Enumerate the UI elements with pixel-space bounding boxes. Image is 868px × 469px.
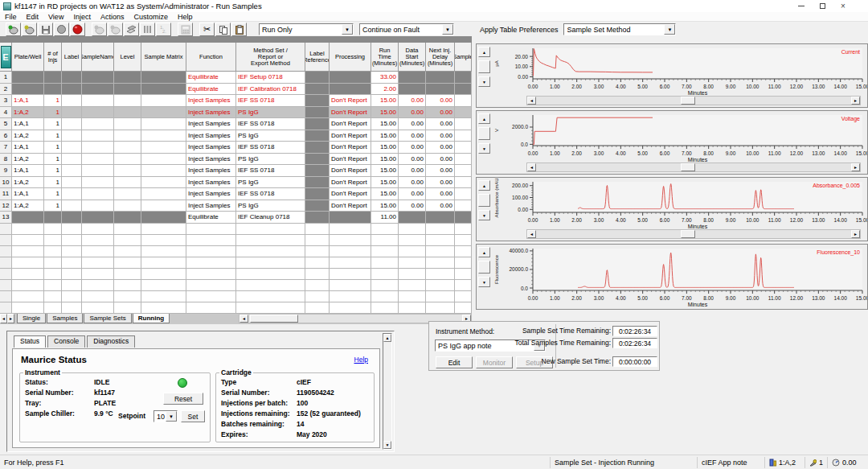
cell-delay[interactable]: 0.00 bbox=[426, 130, 455, 142]
row-number[interactable] bbox=[0, 302, 12, 314]
empty-cell[interactable] bbox=[330, 224, 371, 235]
cell-plate[interactable]: 1:A,1 bbox=[12, 188, 44, 200]
cell-run[interactable]: 2.00 bbox=[371, 84, 399, 96]
cell-level[interactable] bbox=[114, 188, 141, 200]
cell-injs[interactable]: 1 bbox=[44, 177, 62, 189]
scrollbar-thumb[interactable] bbox=[250, 315, 298, 323]
cell-proc[interactable]: Don't Report bbox=[330, 95, 371, 107]
empty-cell[interactable] bbox=[330, 246, 371, 257]
cell-sample[interactable] bbox=[82, 118, 114, 130]
empty-cell[interactable] bbox=[371, 224, 399, 235]
cell-extra[interactable] bbox=[455, 177, 472, 189]
cell-method[interactable]: IEF SS 0718 bbox=[236, 165, 305, 177]
empty-cell[interactable] bbox=[236, 291, 305, 302]
cell-matrix[interactable] bbox=[141, 188, 186, 200]
row-number[interactable]: 1 bbox=[0, 72, 12, 84]
row-number[interactable] bbox=[0, 280, 12, 291]
empty-cell[interactable] bbox=[12, 280, 44, 291]
row-number[interactable]: 4 bbox=[0, 107, 12, 119]
cell-method[interactable]: IEF SS 0718 bbox=[236, 142, 305, 154]
tab-sample-sets[interactable]: Sample Sets bbox=[84, 314, 131, 323]
cell-level[interactable] bbox=[114, 154, 141, 166]
zoom-out-icon[interactable]: ▼ bbox=[478, 143, 490, 154]
empty-cell[interactable] bbox=[141, 257, 186, 269]
cell-extra[interactable] bbox=[455, 118, 472, 130]
cell-plate[interactable] bbox=[12, 212, 44, 224]
empty-cell[interactable] bbox=[371, 280, 399, 291]
empty-cell[interactable] bbox=[330, 257, 371, 269]
cell-extra[interactable] bbox=[455, 165, 472, 177]
empty-cell[interactable] bbox=[236, 224, 305, 235]
copy-icon[interactable] bbox=[215, 23, 231, 36]
cell-func[interactable]: Inject Samples bbox=[186, 188, 236, 200]
axis-scale-button[interactable] bbox=[478, 60, 490, 73]
cell-level[interactable] bbox=[114, 118, 141, 130]
cell-run[interactable]: 15.00 bbox=[371, 200, 399, 212]
empty-cell[interactable] bbox=[426, 302, 455, 314]
empty-cell[interactable] bbox=[62, 302, 82, 314]
cell-plate[interactable]: 1:A,2 bbox=[12, 154, 44, 166]
cell-injs[interactable]: 1 bbox=[44, 154, 62, 166]
cell-run[interactable]: 15.00 bbox=[371, 107, 399, 119]
cell-injs[interactable]: 1 bbox=[44, 142, 62, 154]
cell-proc[interactable] bbox=[330, 72, 371, 84]
empty-cell[interactable] bbox=[62, 257, 82, 269]
empty-cell[interactable] bbox=[455, 291, 472, 302]
empty-cell[interactable] bbox=[82, 224, 114, 235]
cell-method[interactable]: PS IgG bbox=[236, 200, 305, 212]
cell-start[interactable]: 0.00 bbox=[399, 130, 426, 142]
cell-sample[interactable] bbox=[82, 177, 114, 189]
cell-start[interactable] bbox=[399, 84, 426, 96]
cell-func[interactable]: Inject Samples bbox=[186, 154, 236, 166]
empty-cell[interactable] bbox=[82, 291, 114, 302]
empty-cell[interactable] bbox=[62, 224, 82, 235]
empty-cell[interactable] bbox=[305, 302, 330, 314]
empty-cell[interactable] bbox=[399, 235, 426, 246]
cell-start[interactable]: 0.00 bbox=[399, 200, 426, 212]
menu-actions[interactable]: Actions bbox=[96, 13, 129, 21]
empty-cell[interactable] bbox=[305, 269, 330, 280]
columns-icon[interactable] bbox=[140, 23, 155, 36]
stop-button[interactable] bbox=[70, 23, 85, 36]
empty-cell[interactable] bbox=[399, 224, 426, 235]
empty-cell[interactable] bbox=[236, 280, 305, 291]
empty-cell[interactable] bbox=[114, 269, 141, 280]
cell-method[interactable]: IEF Calibration 0718 bbox=[236, 84, 305, 96]
empty-cell[interactable] bbox=[455, 302, 472, 314]
cell-matrix[interactable] bbox=[141, 142, 186, 154]
cell-plate[interactable] bbox=[12, 84, 44, 96]
cell-extra[interactable] bbox=[455, 188, 472, 200]
menu-help[interactable]: Help bbox=[173, 13, 198, 21]
row-number[interactable] bbox=[0, 246, 12, 257]
cell-label[interactable] bbox=[62, 177, 82, 189]
empty-cell[interactable] bbox=[426, 280, 455, 291]
cell-extra[interactable] bbox=[455, 200, 472, 212]
cell-run[interactable]: 33.00 bbox=[371, 72, 399, 84]
cell-func[interactable]: Equilibrate bbox=[186, 72, 236, 84]
empty-cell[interactable] bbox=[12, 224, 44, 235]
scroll-right-icon[interactable]: ► bbox=[851, 230, 860, 238]
cell-ref[interactable] bbox=[305, 84, 330, 96]
scroll-left-icon[interactable]: ◄ bbox=[527, 230, 536, 238]
cell-start[interactable] bbox=[399, 212, 426, 224]
cell-label[interactable] bbox=[62, 165, 82, 177]
empty-cell[interactable] bbox=[141, 224, 186, 235]
empty-cell[interactable] bbox=[186, 224, 236, 235]
cell-matrix[interactable] bbox=[141, 130, 186, 142]
empty-cell[interactable] bbox=[305, 291, 330, 302]
empty-cell[interactable] bbox=[12, 269, 44, 280]
cell-ref[interactable] bbox=[305, 165, 330, 177]
empty-cell[interactable] bbox=[114, 224, 141, 235]
cell-plate[interactable]: 1:A,1 bbox=[12, 165, 44, 177]
empty-cell[interactable] bbox=[141, 291, 186, 302]
cell-injs[interactable]: 1 bbox=[44, 188, 62, 200]
menu-view[interactable]: View bbox=[43, 13, 68, 21]
cell-proc[interactable]: Don't Report bbox=[330, 142, 371, 154]
cell-label[interactable] bbox=[62, 142, 82, 154]
cell-func[interactable]: Inject Samples bbox=[186, 165, 236, 177]
menu-inject[interactable]: Inject bbox=[68, 13, 96, 21]
scroll-left-icon[interactable]: ◄ bbox=[527, 163, 536, 171]
cell-ref[interactable] bbox=[305, 177, 330, 189]
cell-start[interactable]: 0.00 bbox=[399, 118, 426, 130]
empty-cell[interactable] bbox=[62, 235, 82, 246]
